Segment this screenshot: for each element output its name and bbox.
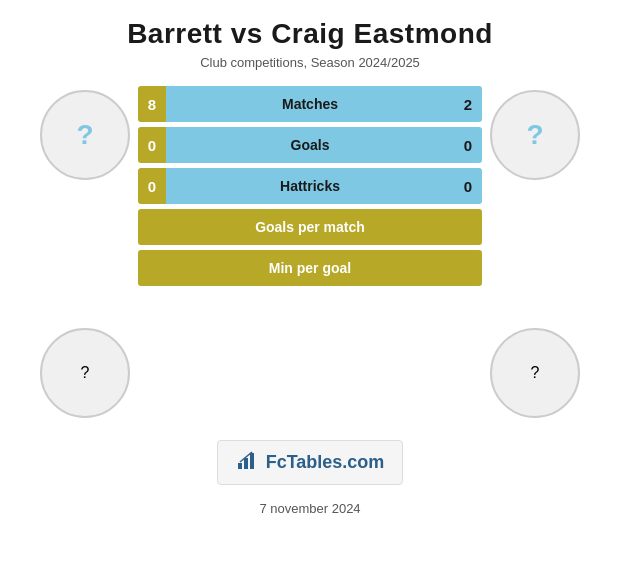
logo-icon xyxy=(236,449,258,476)
right-top-icon: ? xyxy=(526,119,543,151)
stat-row-goals: 0 Goals 0 xyxy=(138,127,482,163)
goals-right-value: 0 xyxy=(454,127,482,163)
stat-row-hattricks: 0 Hattricks 0 xyxy=(138,168,482,204)
min-per-goal-label: Min per goal xyxy=(138,250,482,286)
hattricks-label: Hattricks xyxy=(166,168,454,204)
left-player-avatar-top: ? xyxy=(40,90,130,180)
page-subtitle: Club competitions, Season 2024/2025 xyxy=(20,55,600,70)
date-section: 7 november 2024 xyxy=(259,501,360,516)
svg-rect-1 xyxy=(244,458,248,469)
right-player-avatar-bottom: ? xyxy=(490,328,580,418)
goals-label: Goals xyxy=(166,127,454,163)
date-text: 7 november 2024 xyxy=(259,501,360,516)
stats-container: 8 Matches 2 0 Goals 0 0 Hattricks 0 Goal… xyxy=(130,86,490,286)
stat-row-min-per-goal: Min per goal xyxy=(138,250,482,286)
hattricks-left-value: 0 xyxy=(138,168,166,204)
right-bottom-icon: ? xyxy=(531,364,540,382)
matches-right-value: 2 xyxy=(454,86,482,122)
goals-left-value: 0 xyxy=(138,127,166,163)
matches-left-value: 8 xyxy=(138,86,166,122)
svg-rect-2 xyxy=(250,453,254,469)
page-title: Barrett vs Craig Eastmond xyxy=(20,18,600,50)
right-player-avatar-top: ? xyxy=(490,90,580,180)
header: Barrett vs Craig Eastmond Club competiti… xyxy=(0,0,620,76)
matches-label: Matches xyxy=(166,86,454,122)
goals-per-match-label: Goals per match xyxy=(138,209,482,245)
left-bottom-icon: ? xyxy=(81,364,90,382)
hattricks-right-value: 0 xyxy=(454,168,482,204)
left-player-avatar-bottom: ? xyxy=(40,328,130,418)
logo-section: FcTables.com xyxy=(217,440,404,485)
logo-box: FcTables.com xyxy=(217,440,404,485)
stat-row-goals-per-match: Goals per match xyxy=(138,209,482,245)
svg-rect-0 xyxy=(238,463,242,469)
left-top-icon: ? xyxy=(76,119,93,151)
stat-row-matches: 8 Matches 2 xyxy=(138,86,482,122)
logo-text: FcTables.com xyxy=(266,452,385,473)
